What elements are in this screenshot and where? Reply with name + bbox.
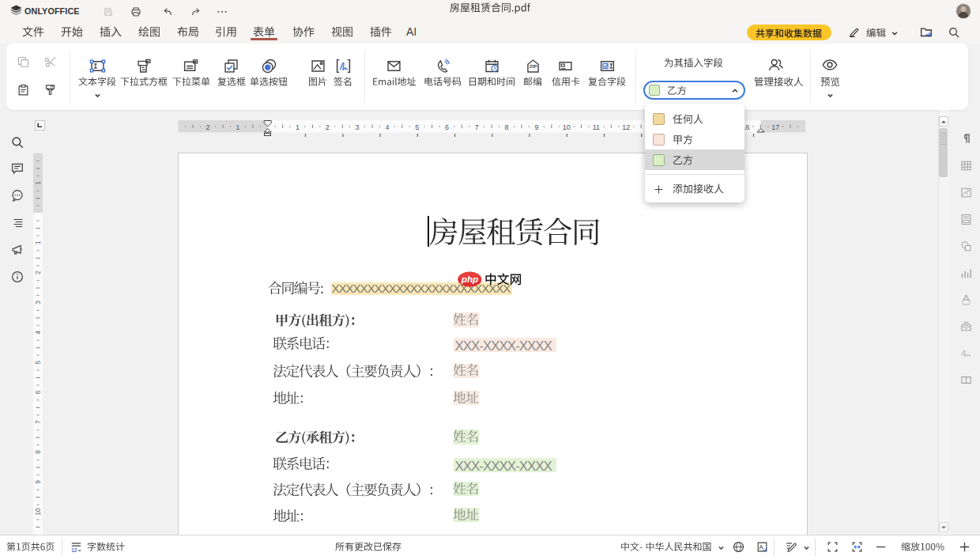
svg-text:5: 5 [415, 123, 419, 131]
svg-text:A: A [759, 543, 763, 551]
svg-text:php: php [461, 274, 479, 285]
svg-text:2: 2 [326, 123, 330, 131]
svg-text:6: 6 [34, 390, 42, 394]
svg-text:10: 10 [563, 123, 571, 131]
svg-text:8: 8 [505, 123, 509, 131]
svg-text:17: 17 [771, 123, 779, 131]
svg-text:4: 4 [385, 123, 389, 131]
svg-text:3: 3 [356, 123, 360, 131]
svg-text:2: 2 [206, 123, 210, 131]
svg-text:9: 9 [34, 480, 42, 484]
svg-text:10: 10 [34, 508, 42, 516]
svg-text:4: 4 [34, 331, 42, 335]
svg-text:7: 7 [475, 123, 479, 131]
svg-text:1: 1 [34, 240, 42, 244]
svg-text:11: 11 [593, 123, 600, 131]
svg-text:6: 6 [445, 123, 449, 131]
svg-text:9: 9 [534, 123, 538, 131]
svg-text:1: 1 [34, 181, 42, 185]
svg-text:3: 3 [34, 301, 42, 305]
svg-text:7: 7 [34, 420, 42, 424]
svg-text:ZIP: ZIP [529, 62, 537, 68]
svg-text:5: 5 [34, 360, 42, 364]
svg-text:1: 1 [236, 123, 239, 131]
svg-text:2: 2 [34, 271, 42, 274]
svg-text:8: 8 [34, 450, 42, 454]
svg-text:12: 12 [622, 123, 630, 131]
svg-text:12: 12 [71, 547, 77, 553]
svg-text:1: 1 [296, 123, 300, 131]
